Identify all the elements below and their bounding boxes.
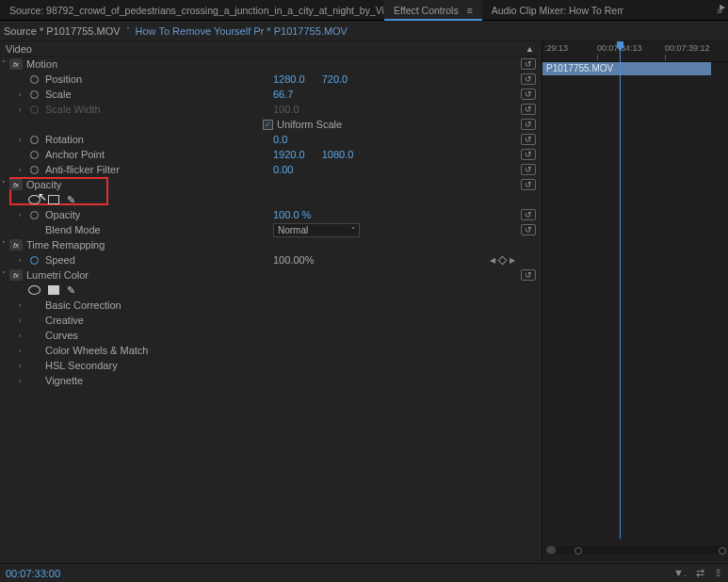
effect-opacity[interactable]: ˅ fx Opacity ↺ (0, 177, 542, 192)
twirl-right-icon[interactable]: › (19, 332, 28, 339)
reset-button[interactable]: ↺ (521, 73, 536, 85)
fx-badge-icon[interactable]: fx (9, 239, 23, 251)
twirl-right-icon[interactable]: › (19, 363, 28, 369)
reset-button[interactable]: ↺ (521, 89, 536, 100)
current-timecode[interactable]: 00:07:33:00 (6, 568, 60, 579)
stopwatch-icon[interactable] (28, 149, 40, 160)
stopwatch-icon[interactable] (28, 209, 40, 220)
rotation-label: Rotation (45, 134, 84, 145)
twirl-right-icon[interactable]: › (19, 106, 28, 113)
timeline-scrollbar[interactable] (544, 546, 726, 554)
tab-source[interactable]: Source: 98792_crowd_of_pedestrians_cross… (0, 0, 384, 21)
twirl-down-icon[interactable]: ˅ (0, 241, 9, 249)
effect-lumetri-label: Lumetri Color (26, 269, 89, 281)
stopwatch-icon[interactable] (28, 73, 40, 85)
twirl-down-icon[interactable]: ˅ (0, 181, 9, 188)
twirl-right-icon[interactable]: › (19, 212, 28, 218)
lumetri-vignette[interactable]: › Vignette (0, 373, 542, 388)
prev-keyframe-icon[interactable]: ◀ (490, 256, 495, 265)
twirl-right-icon[interactable]: › (19, 317, 28, 324)
twirl-down-icon[interactable]: ˅ (0, 271, 9, 279)
playhead-line[interactable] (620, 41, 621, 539)
twirl-right-icon[interactable]: › (19, 257, 28, 264)
lumetri-basic-correction[interactable]: › Basic Correction (0, 298, 542, 313)
lumetri-hsl[interactable]: › HSL Secondary (0, 358, 542, 373)
twirl-right-icon[interactable]: › (19, 302, 28, 309)
stopwatch-icon[interactable] (28, 89, 40, 100)
flicker-value[interactable]: 0.00 (273, 164, 293, 175)
collapse-icon[interactable]: ▲ (526, 44, 534, 54)
property-scale: › Scale 66.7 ↺ (0, 87, 542, 102)
zoom-handle-right[interactable] (719, 547, 726, 555)
add-keyframe-icon[interactable] (498, 255, 508, 265)
pen-mask-icon[interactable]: ✎ (67, 284, 75, 297)
scrollbar-thumb[interactable] (546, 546, 556, 554)
effect-lumetri[interactable]: ˅ fx Lumetri Color ↺ (0, 267, 542, 283)
breadcrumb-clip[interactable]: How To Remove Yourself Pr * P1017755.MOV (136, 25, 348, 37)
rectangle-mask-icon[interactable] (48, 285, 59, 295)
rectangle-mask-icon[interactable] (48, 195, 59, 204)
reset-button[interactable]: ↺ (521, 119, 536, 130)
reset-button[interactable]: ↺ (521, 164, 536, 175)
play-icon[interactable]: ▶ (720, 3, 725, 11)
ruler-tick: :29:13 (544, 43, 568, 53)
uniform-scale-checkbox[interactable]: ✓ (263, 120, 273, 130)
zoom-handle-left[interactable] (574, 547, 582, 555)
breadcrumb-source[interactable]: Source * P1017755.MOV (4, 25, 121, 37)
opacity-label: Opacity (45, 209, 80, 220)
twirl-down-icon[interactable]: ˅ (0, 60, 9, 68)
tick-mark-icon (665, 55, 666, 60)
blend-mode-dropdown[interactable]: Normal ˅ (273, 223, 360, 237)
reset-button[interactable]: ↺ (521, 104, 536, 115)
stopwatch-icon[interactable] (28, 254, 40, 266)
effect-controls-panel: Video ▲ ˅ fx Motion ↺ Position 1280.0720… (0, 41, 542, 561)
reset-button[interactable]: ↺ (521, 269, 536, 281)
stopwatch-icon[interactable] (28, 164, 40, 175)
reset-button[interactable]: ↺ (521, 58, 536, 70)
reset-button[interactable]: ↺ (521, 134, 536, 145)
filter-icon[interactable]: ▼. (673, 567, 687, 579)
rotation-value[interactable]: 0.0 (273, 134, 287, 145)
lumetri-color-wheels[interactable]: › Color Wheels & Match (0, 343, 542, 358)
pen-mask-icon[interactable]: ✎ (67, 194, 75, 206)
scale-value[interactable]: 66.7 (273, 89, 293, 100)
panel-menu-icon[interactable]: ≡ (467, 5, 473, 16)
ellipse-mask-icon[interactable] (28, 285, 40, 295)
toggle-icon[interactable]: ⇄ (696, 567, 704, 579)
reset-button[interactable]: ↺ (521, 224, 536, 235)
effect-motion[interactable]: ˅ fx Motion ↺ (0, 57, 542, 72)
twirl-right-icon[interactable]: › (19, 348, 28, 354)
twirl-right-icon[interactable]: › (19, 378, 28, 384)
anchor-value[interactable]: 1920.01080.0 (273, 149, 353, 160)
property-rotation: › Rotation 0.0 ↺ (0, 132, 542, 147)
twirl-right-icon[interactable]: › (19, 137, 28, 143)
lumetri-curves[interactable]: › Curves (0, 328, 542, 343)
lumetri-creative[interactable]: › Creative (0, 313, 542, 328)
reset-button[interactable]: ↺ (521, 209, 536, 220)
scale-width-value: 100.0 (273, 104, 299, 115)
reset-button[interactable]: ↺ (521, 149, 536, 160)
position-label: Position (45, 73, 82, 85)
reset-button[interactable]: ↺ (521, 179, 536, 190)
twirl-right-icon[interactable]: › (19, 91, 28, 98)
fx-badge-icon[interactable]: fx (9, 58, 23, 70)
next-keyframe-icon[interactable]: ▶ (510, 256, 515, 265)
property-anchor-point: Anchor Point 1920.01080.0 ↺ (0, 147, 542, 162)
position-x[interactable]: 1280.0720.0 (273, 73, 348, 85)
opacity-value[interactable]: 100.0 % (273, 209, 311, 220)
footer-bar: 00:07:33:00 ▼. ⇄ ⇪ (0, 563, 728, 582)
time-ruler[interactable]: :29:13 00:07:34:13 00:07:39:12 (542, 41, 728, 62)
twirl-right-icon[interactable]: › (19, 167, 28, 173)
scale-label: Scale (45, 89, 72, 100)
fx-badge-icon[interactable]: fx (9, 269, 23, 281)
stopwatch-icon[interactable] (28, 134, 40, 145)
tab-effect-controls[interactable]: Effect Controls ≡ (384, 0, 482, 21)
video-header[interactable]: Video ▲ (0, 41, 542, 57)
effect-time-remapping[interactable]: ˅ fx Time Remapping (0, 237, 542, 252)
chevron-down-icon[interactable]: ˅ (121, 26, 136, 35)
fx-badge-icon[interactable]: fx (9, 179, 23, 190)
speed-value[interactable]: 100.00% (273, 254, 314, 266)
tab-audio-mixer[interactable]: Audio Clip Mixer: How To Remove Yourself… (482, 0, 623, 21)
export-icon[interactable]: ⇪ (714, 567, 722, 579)
clip-bar[interactable]: P1017755.MOV (542, 62, 711, 75)
